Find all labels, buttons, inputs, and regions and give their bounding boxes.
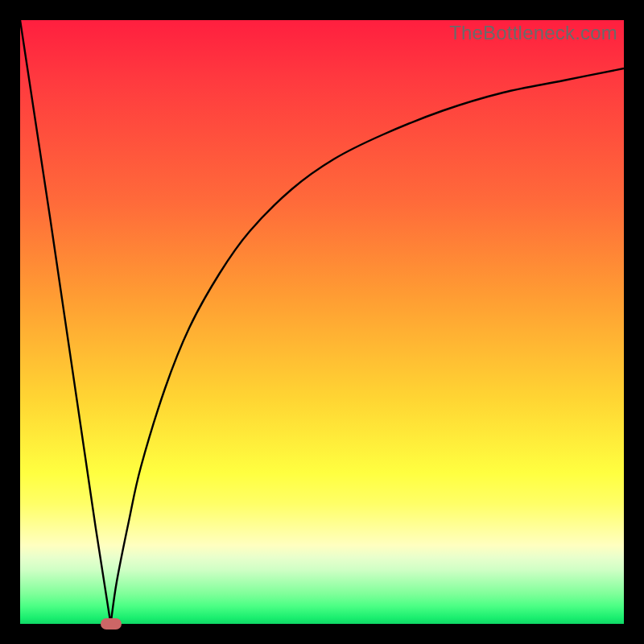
chart-frame: TheBottleneck.com [0, 0, 644, 644]
plot-area: TheBottleneck.com [20, 20, 624, 624]
curves-layer [20, 20, 624, 624]
curve-path [20, 20, 624, 624]
min-marker [101, 618, 122, 630]
